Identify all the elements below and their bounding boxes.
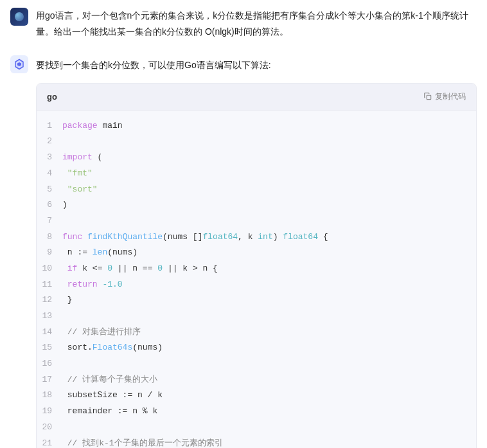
line-number: 18 xyxy=(37,388,62,404)
code-line: 6) xyxy=(37,197,476,213)
line-content: n := len(nums) xyxy=(62,245,476,261)
line-number: 12 xyxy=(37,292,62,309)
code-body[interactable]: 1package main23import (4 "fmt"5 "sort"6)… xyxy=(37,111,476,448)
line-number: 5 xyxy=(37,182,62,198)
code-line: 8func findKthQuantile(nums []float64, k … xyxy=(37,229,476,246)
line-content xyxy=(62,134,476,150)
user-message-row: 用go语言，对一个包含n个元素的集合来说，k分位数是指能把有序集合分成k个等大小… xyxy=(10,8,477,40)
line-content: // 计算每个子集的大小 xyxy=(62,372,476,388)
ai-message-row: 要找到一个集合的k分位数，可以使用Go语言编写以下算法: go 复制代码 1pa… xyxy=(10,55,477,448)
code-line: 13 xyxy=(37,309,476,325)
line-content xyxy=(62,309,476,325)
line-content: package main xyxy=(62,118,476,134)
ai-content: 要找到一个集合的k分位数，可以使用Go语言编写以下算法: go 复制代码 1pa… xyxy=(36,55,477,448)
line-number: 21 xyxy=(37,436,62,448)
copy-icon xyxy=(423,92,432,101)
code-line: 7 xyxy=(37,213,476,229)
line-number: 7 xyxy=(37,213,62,229)
code-line: 21 // 找到k-1个子集的最后一个元素的索引 xyxy=(37,436,476,448)
line-number: 16 xyxy=(37,356,62,372)
code-line: 3import ( xyxy=(37,150,476,166)
code-header: go 复制代码 xyxy=(37,84,476,111)
code-line: 14 // 对集合进行排序 xyxy=(37,325,476,341)
line-number: 20 xyxy=(37,420,62,436)
code-line: 20 xyxy=(37,420,476,436)
hexagon-icon xyxy=(13,58,25,70)
code-line: 11 return -1.0 xyxy=(37,277,476,293)
line-content: ) xyxy=(62,197,476,213)
line-number: 2 xyxy=(37,134,62,150)
line-content: "sort" xyxy=(62,182,476,198)
line-number: 14 xyxy=(37,325,62,341)
code-language-label: go xyxy=(47,92,57,102)
code-line: 16 xyxy=(37,356,476,372)
user-message-text: 用go语言，对一个包含n个元素的集合来说，k分位数是指能把有序集合分成k个等大小… xyxy=(36,8,477,40)
line-number: 11 xyxy=(37,277,62,293)
line-number: 3 xyxy=(37,150,62,166)
line-content: import ( xyxy=(62,150,476,166)
line-content xyxy=(62,356,476,372)
line-number: 9 xyxy=(37,245,62,261)
code-line: 12 } xyxy=(37,292,476,309)
code-line: 10 if k <= 0 || n == 0 || k > n { xyxy=(37,261,476,277)
code-block: go 复制代码 1package main23import (4 "fmt"5 … xyxy=(36,83,477,448)
code-line: 19 remainder := n % k xyxy=(37,404,476,420)
line-number: 13 xyxy=(37,309,62,325)
line-number: 17 xyxy=(37,372,62,388)
ai-avatar-icon xyxy=(10,55,28,73)
line-content: // 对集合进行排序 xyxy=(62,325,476,341)
line-content: "fmt" xyxy=(62,166,476,182)
code-line: 5 "sort" xyxy=(37,182,476,198)
line-content: sort.Float64s(nums) xyxy=(62,340,476,356)
line-content: subsetSize := n / k xyxy=(62,388,476,404)
code-line: 4 "fmt" xyxy=(37,166,476,182)
line-number: 10 xyxy=(37,261,62,277)
code-line: 2 xyxy=(37,134,476,150)
copy-code-button[interactable]: 复制代码 xyxy=(423,91,466,102)
line-number: 8 xyxy=(37,229,62,246)
line-number: 15 xyxy=(37,340,62,356)
ai-intro-text: 要找到一个集合的k分位数，可以使用Go语言编写以下算法: xyxy=(36,58,477,72)
code-line: 17 // 计算每个子集的大小 xyxy=(37,372,476,388)
line-content: // 找到k-1个子集的最后一个元素的索引 xyxy=(62,436,476,448)
line-number: 19 xyxy=(37,404,62,420)
code-line: 15 sort.Float64s(nums) xyxy=(37,340,476,356)
line-content: return -1.0 xyxy=(62,277,476,293)
line-content: remainder := n % k xyxy=(62,404,476,420)
line-number: 4 xyxy=(37,166,62,182)
user-avatar-icon xyxy=(10,8,28,26)
line-number: 6 xyxy=(37,197,62,213)
svg-rect-0 xyxy=(427,96,430,100)
line-content xyxy=(62,213,476,229)
line-content: if k <= 0 || n == 0 || k > n { xyxy=(62,261,476,277)
line-number: 1 xyxy=(37,118,62,134)
line-content: func findKthQuantile(nums []float64, k i… xyxy=(62,229,476,246)
line-content xyxy=(62,420,476,436)
copy-label: 复制代码 xyxy=(435,91,466,102)
line-content: } xyxy=(62,292,476,309)
code-line: 1package main xyxy=(37,118,476,134)
code-line: 18 subsetSize := n / k xyxy=(37,388,476,404)
code-line: 9 n := len(nums) xyxy=(37,245,476,261)
